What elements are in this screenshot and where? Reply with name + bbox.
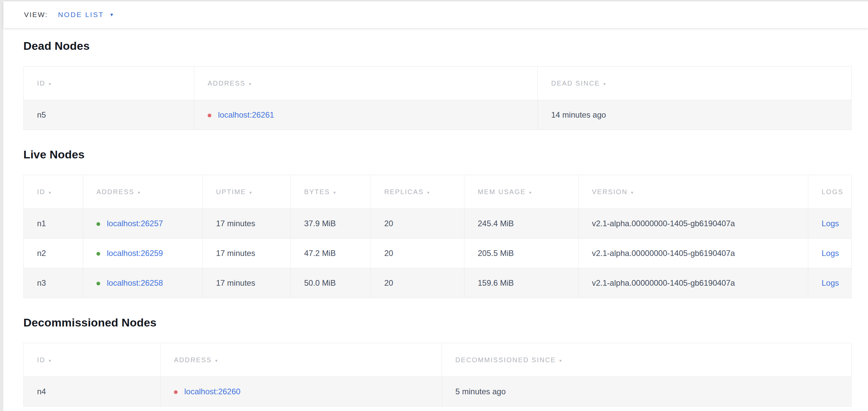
column-header-label: DECOMMISSIONED SINCE [455, 356, 556, 363]
column-header-id[interactable]: ID▾ [24, 175, 83, 209]
cell-address: localhost:26258 [83, 268, 203, 298]
live-nodes-table: ID▾ADDRESS▾UPTIME▾BYTES▾REPLICAS▾MEM USA… [23, 175, 851, 298]
section-title: Live Nodes [23, 147, 848, 162]
column-header-label: ID [37, 356, 45, 363]
cell-value: n4 [37, 387, 46, 396]
column-header-id[interactable]: ID▾ [24, 343, 161, 377]
cell-replicas: 20 [371, 268, 464, 298]
cell-value: 20 [384, 248, 393, 258]
cell-value: 205.5 MiB [478, 248, 514, 258]
sort-caret-icon: ▾ [631, 190, 634, 195]
section-live-nodes: Live NodesID▾ADDRESS▾UPTIME▾BYTES▾REPLIC… [23, 147, 848, 298]
column-header-label: ID [37, 188, 45, 196]
cell-logs: Logs [808, 268, 851, 298]
chevron-down-icon: ▼ [109, 12, 114, 17]
cell-logs: Logs [808, 239, 851, 268]
address-link[interactable]: localhost:26259 [107, 248, 163, 258]
column-header-address[interactable]: ADDRESS▾ [161, 343, 442, 377]
node-list-content: Dead NodesID▾ADDRESS▾DEAD SINCE▾n5localh… [3, 38, 868, 411]
column-header-id[interactable]: ID▾ [24, 66, 194, 100]
cell-version: v2.1-alpha.00000000-1405-gb6190407a [579, 239, 808, 268]
cell-mem-usage: 245.4 MiB [464, 209, 579, 239]
cell-value: 245.4 MiB [478, 219, 514, 228]
cell-value: n2 [37, 248, 46, 258]
address-link[interactable]: localhost:26258 [107, 278, 163, 287]
column-header-dead-since[interactable]: DEAD SINCE▾ [538, 66, 851, 100]
header-row: ID▾ADDRESS▾DECOMMISSIONED SINCE▾ [24, 343, 851, 377]
column-header-version[interactable]: VERSION▾ [579, 175, 808, 209]
cell-address: localhost:26259 [83, 239, 203, 268]
column-header-bytes[interactable]: BYTES▾ [291, 175, 371, 209]
column-header-label: LOGS [822, 188, 843, 196]
address-link[interactable]: localhost:26257 [107, 219, 163, 228]
sort-caret-icon: ▾ [334, 190, 337, 195]
live-status-dot-icon [96, 282, 100, 285]
table-row: n4localhost:262605 minutes ago [24, 377, 851, 407]
column-header-mem-usage[interactable]: MEM USAGE▾ [464, 175, 579, 209]
header-row: ID▾ADDRESS▾UPTIME▾BYTES▾REPLICAS▾MEM USA… [24, 175, 851, 209]
column-header-label: ADDRESS [208, 80, 246, 87]
address-link[interactable]: localhost:26260 [184, 387, 240, 396]
cell-value: 37.9 MiB [304, 219, 336, 228]
sort-caret-icon: ▾ [215, 358, 218, 363]
column-header-label: ADDRESS [96, 188, 134, 196]
column-header-uptime[interactable]: UPTIME▾ [203, 175, 291, 209]
table-row: n1localhost:2625717 minutes37.9 MiB20245… [24, 209, 851, 239]
column-header-decommissioned-since[interactable]: DECOMMISSIONED SINCE▾ [442, 343, 851, 377]
cell-value: 17 minutes [216, 278, 255, 287]
dead-nodes-table: ID▾ADDRESS▾DEAD SINCE▾n5localhost:262611… [23, 66, 851, 130]
sort-caret-icon: ▾ [49, 190, 52, 195]
view-label: VIEW: [24, 11, 48, 19]
cell-id: n3 [24, 268, 83, 298]
cell-address: localhost:26260 [161, 377, 442, 407]
address-link[interactable]: localhost:26261 [218, 110, 274, 119]
cell-value: v2.1-alpha.00000000-1405-gb6190407a [592, 219, 735, 228]
cell-bytes: 47.2 MiB [291, 239, 371, 268]
section-dead-nodes: Dead NodesID▾ADDRESS▾DEAD SINCE▾n5localh… [23, 38, 848, 130]
logs-link[interactable]: Logs [822, 278, 839, 287]
section-decommissioned-nodes: Decommissioned NodesID▾ADDRESS▾DECOMMISS… [23, 315, 848, 407]
cell-version: v2.1-alpha.00000000-1405-gb6190407a [579, 268, 808, 298]
view-selected-value: NODE LIST [58, 11, 104, 19]
cell-uptime: 17 minutes [203, 268, 291, 298]
cell-logs: Logs [808, 209, 851, 239]
logs-link[interactable]: Logs [822, 219, 839, 228]
sort-caret-icon: ▾ [249, 81, 252, 87]
view-selector[interactable]: NODE LIST ▼ [58, 11, 114, 19]
cell-value: 20 [384, 278, 393, 287]
cell-value: v2.1-alpha.00000000-1405-gb6190407a [592, 248, 735, 258]
column-header-label: VERSION [592, 188, 628, 196]
cell-value: 5 minutes ago [455, 387, 506, 396]
cell-value: n3 [37, 278, 46, 287]
view-bar: VIEW: NODE LIST ▼ [3, 1, 868, 28]
cell-value: 159.6 MiB [478, 278, 514, 287]
cell-address: localhost:26261 [194, 100, 538, 130]
cell-dead-since: 14 minutes ago [538, 100, 851, 130]
sections-container: Dead NodesID▾ADDRESS▾DEAD SINCE▾n5localh… [23, 38, 848, 407]
cell-uptime: 17 minutes [203, 239, 291, 268]
header-row: ID▾ADDRESS▾DEAD SINCE▾ [24, 66, 851, 100]
cell-uptime: 17 minutes [203, 209, 291, 239]
column-header-label: REPLICAS [384, 188, 424, 196]
column-header-replicas[interactable]: REPLICAS▾ [371, 175, 464, 209]
sort-caret-icon: ▾ [427, 190, 430, 195]
cell-id: n2 [24, 239, 83, 268]
column-header-label: BYTES [304, 188, 330, 196]
sort-caret-icon: ▾ [49, 358, 52, 363]
sort-caret-icon: ▾ [138, 190, 141, 195]
column-header-label: ID [37, 80, 45, 87]
column-header-address[interactable]: ADDRESS▾ [194, 66, 538, 100]
cell-address: localhost:26257 [83, 209, 203, 239]
column-header-label: UPTIME [216, 188, 246, 196]
cell-mem-usage: 159.6 MiB [464, 268, 579, 298]
table-row: n2localhost:2625917 minutes47.2 MiB20205… [24, 239, 851, 268]
table-row: n3localhost:2625817 minutes50.0 MiB20159… [24, 268, 851, 298]
column-header-address[interactable]: ADDRESS▾ [83, 175, 203, 209]
live-status-dot-icon [96, 222, 100, 226]
cell-id: n4 [24, 377, 161, 407]
table-row: n5localhost:2626114 minutes ago [24, 100, 851, 130]
sort-caret-icon: ▾ [49, 81, 52, 87]
logs-link[interactable]: Logs [822, 248, 839, 258]
section-title: Dead Nodes [23, 38, 848, 54]
cell-value: 14 minutes ago [551, 110, 606, 119]
